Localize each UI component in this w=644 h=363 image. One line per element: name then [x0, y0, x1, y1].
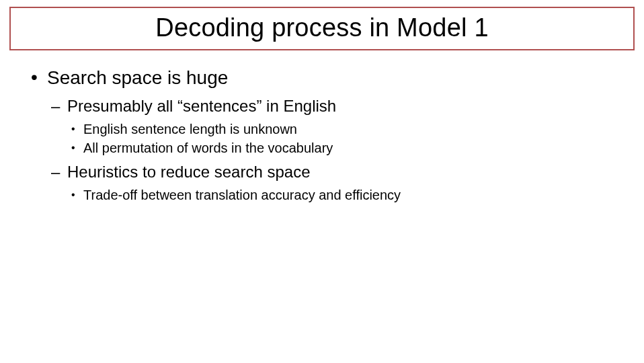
bullet-list-level3: English sentence length is unknown All p… [67, 120, 617, 157]
bullet-text: Presumably all “sentences” in English [67, 97, 336, 115]
bullet-list-level2: Presumably all “sentences” in English En… [47, 96, 617, 204]
bullet-list-level3: Trade-off between translation accuracy a… [67, 186, 617, 204]
list-item: Presumably all “sentences” in English En… [47, 96, 617, 157]
bullet-text: Heuristics to reduce search space [67, 163, 311, 181]
list-item: Search space is huge Presumably all “sen… [27, 67, 617, 204]
bullet-list-level1: Search space is huge Presumably all “sen… [27, 67, 617, 204]
content-area: Search space is huge Presumably all “sen… [0, 50, 644, 204]
bullet-text: English sentence length is unknown [83, 122, 297, 136]
list-item: Trade-off between translation accuracy a… [67, 186, 617, 204]
list-item: English sentence length is unknown [67, 120, 617, 138]
list-item: All permutation of words in the vocabula… [67, 139, 617, 157]
slide: { "title": "Decoding process in Model 1"… [0, 7, 644, 363]
bullet-text: All permutation of words in the vocabula… [83, 140, 333, 155]
bullet-text: Search space is huge [47, 67, 228, 88]
title-box: Decoding process in Model 1 [9, 7, 635, 50]
list-item: Heuristics to reduce search space Trade-… [47, 162, 617, 204]
slide-title: Decoding process in Model 1 [11, 13, 633, 42]
bullet-text: Trade-off between translation accuracy a… [83, 188, 401, 202]
